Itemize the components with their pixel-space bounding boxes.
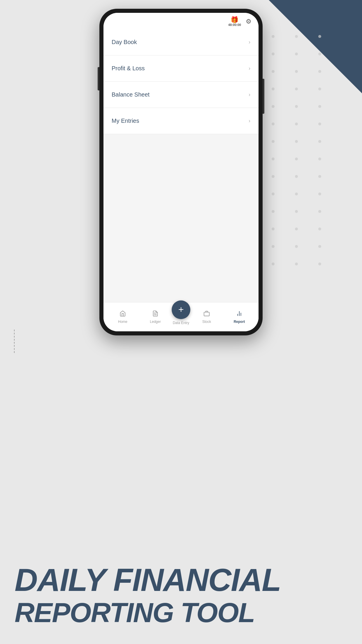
nav-item-ledger[interactable]: Ledger xyxy=(139,310,172,324)
menu-item-label: Balance Sheet xyxy=(112,91,150,98)
nav-label-ledger: Ledger xyxy=(150,320,161,324)
menu-item-balance-sheet[interactable]: Balance Sheet › xyxy=(103,82,259,108)
report-icon xyxy=(236,310,242,318)
data-entry-button[interactable]: + xyxy=(172,300,190,319)
stock-icon xyxy=(203,310,210,318)
menu-item-label: My Entries xyxy=(112,118,139,124)
menu-item-day-book[interactable]: Day Book › xyxy=(103,29,259,55)
gift-timer: 🎁 48:00:00 xyxy=(228,17,241,27)
chevron-right-icon: › xyxy=(249,65,250,71)
bottom-navigation: Home Ledger xyxy=(103,302,259,331)
nav-item-data-entry[interactable]: + Data Entry xyxy=(172,309,190,325)
nav-item-report[interactable]: Report xyxy=(223,310,256,324)
headline-section: DAILY FINANCIAL REPORTING TOOL xyxy=(15,564,347,626)
phone-screen: 🎁 48:00:00 ⚙ Day Book › Profit & Loss › … xyxy=(103,13,259,331)
nav-label-home: Home xyxy=(118,320,127,324)
svg-rect-2 xyxy=(204,312,209,316)
chevron-right-icon: › xyxy=(249,118,250,124)
dashed-divider xyxy=(14,330,15,353)
nav-item-home[interactable]: Home xyxy=(106,310,139,324)
phone-frame: 🎁 48:00:00 ⚙ Day Book › Profit & Loss › … xyxy=(99,9,263,335)
gift-icon: 🎁 xyxy=(231,17,238,23)
nav-label-stock: Stock xyxy=(202,320,211,324)
status-bar: 🎁 48:00:00 ⚙ xyxy=(103,13,259,29)
menu-item-label: Day Book xyxy=(112,39,137,46)
plus-icon: + xyxy=(178,305,184,314)
headline-line1: DAILY FINANCIAL xyxy=(15,564,347,596)
phone-mockup: 🎁 48:00:00 ⚙ Day Book › Profit & Loss › … xyxy=(99,9,263,335)
ledger-icon xyxy=(152,310,159,318)
menu-item-label: Profit & Loss xyxy=(112,65,145,72)
decorative-dots xyxy=(266,29,353,292)
nav-label-report: Report xyxy=(234,320,245,324)
menu-item-my-entries[interactable]: My Entries › xyxy=(103,108,259,134)
menu-list: Day Book › Profit & Loss › Balance Sheet… xyxy=(103,29,259,302)
chevron-right-icon: › xyxy=(249,92,250,98)
menu-item-profit-loss[interactable]: Profit & Loss › xyxy=(103,55,259,82)
chevron-right-icon: › xyxy=(249,39,250,45)
nav-label-data-entry: Data Entry xyxy=(173,321,189,325)
menu-empty-space xyxy=(103,134,259,302)
nav-item-stock[interactable]: Stock xyxy=(190,310,223,324)
settings-icon[interactable]: ⚙ xyxy=(246,18,252,25)
headline-line2: REPORTING TOOL xyxy=(15,599,347,626)
timer-display: 48:00:00 xyxy=(228,23,241,27)
home-icon xyxy=(120,310,126,318)
